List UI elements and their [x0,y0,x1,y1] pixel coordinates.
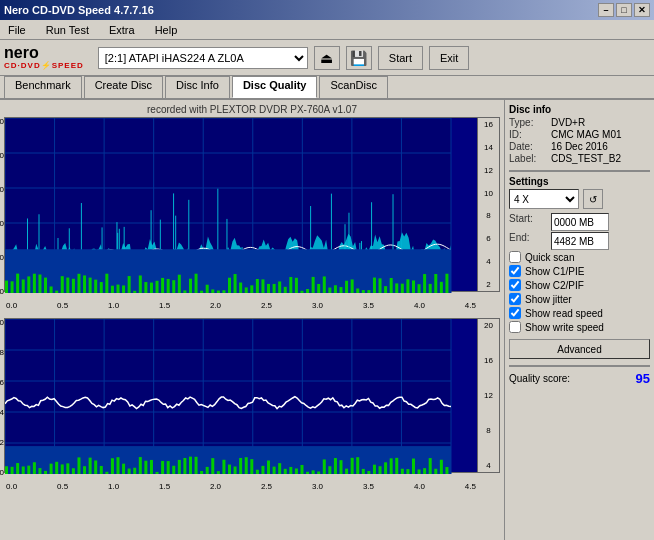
tab-bar: Benchmark Create Disc Disc Info Disc Qua… [0,76,654,100]
chart-area: recorded with PLEXTOR DVDR PX-760A v1.07… [0,100,504,540]
exit-button[interactable]: Exit [429,46,469,70]
show-c2-checkbox[interactable] [509,279,521,291]
right-panel: Disc info Type: DVD+R ID: CMC MAG M01 Da… [504,100,654,540]
disc-label-row: Label: CDS_TEST_B2 [509,153,650,164]
chart-top: 161412108642 [4,117,500,292]
show-write-speed-checkbox[interactable] [509,321,521,333]
chart-subtitle: recorded with PLEXTOR DVDR PX-760A v1.07 [4,104,500,115]
show-read-speed-row: Show read speed [509,307,650,319]
title-controls: – □ ✕ [598,3,650,17]
disc-type-value: DVD+R [551,117,585,128]
show-jitter-row: Show jitter [509,293,650,305]
disc-id-value: CMC MAG M01 [551,129,622,140]
tab-disc-quality[interactable]: Disc Quality [232,76,318,98]
settings-title: Settings [509,176,650,187]
quality-score-row: Quality score: 95 [509,371,650,386]
tab-benchmark[interactable]: Benchmark [4,76,82,98]
eject-icon[interactable]: ⏏ [314,46,340,70]
show-c2-row: Show C2/PIF [509,279,650,291]
chart-top-y-axis: 161412108642 [477,118,499,291]
start-mb-row: Start: [509,213,650,231]
maximize-button[interactable]: □ [616,3,632,17]
refresh-icon[interactable]: ↺ [583,189,603,209]
logo-sub: CD·DVD⚡SPEED [4,61,84,70]
menu-file[interactable]: File [4,22,30,38]
start-button[interactable]: Start [378,46,423,70]
settings-section: Settings 4 X1 X2 X8 XMax ↺ Start: End: Q… [509,176,650,359]
end-mb-input[interactable] [551,232,609,250]
speed-select[interactable]: 4 X1 X2 X8 XMax [509,189,579,209]
chart-bottom: 20161284 [4,318,500,473]
show-c2-label: Show C2/PIF [525,280,584,291]
quality-score-label: Quality score: [509,373,570,384]
tab-create-disc[interactable]: Create Disc [84,76,163,98]
show-jitter-checkbox[interactable] [509,293,521,305]
quick-scan-row: Quick scan [509,251,650,263]
start-mb-label: Start: [509,213,547,231]
chart-top-x-axis: 0.00.51.01.52.02.53.03.54.04.5 [4,301,478,310]
show-read-speed-label: Show read speed [525,308,603,319]
quick-scan-checkbox[interactable] [509,251,521,263]
tab-disc-info[interactable]: Disc Info [165,76,230,98]
menu-run-test[interactable]: Run Test [42,22,93,38]
show-jitter-label: Show jitter [525,294,572,305]
disc-info-section: Disc info Type: DVD+R ID: CMC MAG M01 Da… [509,104,650,164]
chart-top-left-y: 50403020100 [0,117,4,296]
quick-scan-label: Quick scan [525,252,574,263]
save-icon[interactable]: 💾 [346,46,372,70]
drive-select[interactable]: [2:1] ATAPI iHAS224 A ZL0A [98,47,308,69]
show-c1-label: Show C1/PIE [525,266,584,277]
chart-bottom-x-axis: 0.00.51.01.52.02.53.03.54.04.5 [4,482,478,491]
tab-scandisc[interactable]: ScanDisc [319,76,387,98]
start-mb-input[interactable] [551,213,609,231]
disc-type-row: Type: DVD+R [509,117,650,128]
menu-bar: File Run Test Extra Help [0,20,654,40]
show-c1-checkbox[interactable] [509,265,521,277]
disc-date-row: Date: 16 Dec 2016 [509,141,650,152]
disc-label-value: CDS_TEST_B2 [551,153,621,164]
disc-id-row: ID: CMC MAG M01 [509,129,650,140]
show-write-speed-row: Show write speed [509,321,650,333]
end-mb-label: End: [509,232,547,250]
disc-date-label: Date: [509,141,547,152]
toolbar: nero CD·DVD⚡SPEED [2:1] ATAPI iHAS224 A … [0,40,654,76]
logo: nero CD·DVD⚡SPEED [4,45,84,70]
menu-extra[interactable]: Extra [105,22,139,38]
disc-info-title: Disc info [509,104,650,115]
main-content: recorded with PLEXTOR DVDR PX-760A v1.07… [0,100,654,540]
show-write-speed-label: Show write speed [525,322,604,333]
disc-label-label: Label: [509,153,547,164]
quality-score-value: 95 [636,371,650,386]
advanced-button[interactable]: Advanced [509,339,650,359]
chart-bottom-y-axis: 20161284 [477,319,499,472]
chart-bottom-left-y: 1086420 [0,318,4,477]
menu-help[interactable]: Help [151,22,182,38]
close-button[interactable]: ✕ [634,3,650,17]
logo-nero: nero [4,45,39,61]
end-mb-row: End: [509,232,650,250]
show-read-speed-checkbox[interactable] [509,307,521,319]
window-title: Nero CD-DVD Speed 4.7.7.16 [4,4,154,16]
speed-row: 4 X1 X2 X8 XMax ↺ [509,189,650,209]
minimize-button[interactable]: – [598,3,614,17]
title-bar: Nero CD-DVD Speed 4.7.7.16 – □ ✕ [0,0,654,20]
show-c1-row: Show C1/PIE [509,265,650,277]
disc-date-value: 16 Dec 2016 [551,141,608,152]
disc-id-label: ID: [509,129,547,140]
disc-type-label: Type: [509,117,547,128]
